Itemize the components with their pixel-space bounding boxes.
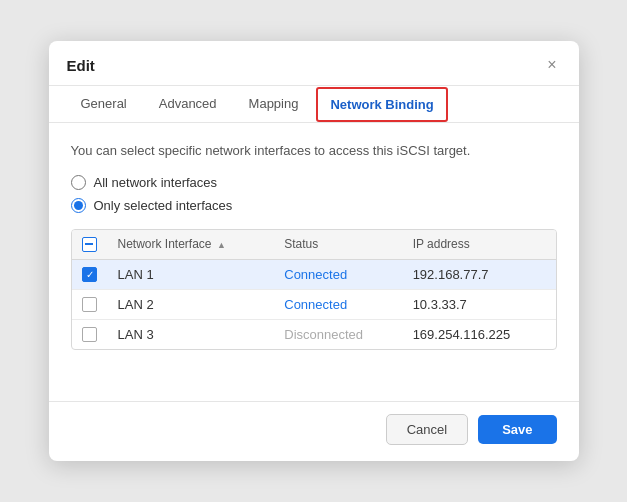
row1-checkbox-cell[interactable]: ✓ [72, 259, 108, 289]
col-checkbox [72, 230, 108, 260]
save-button[interactable]: Save [478, 415, 556, 444]
row2-interface: LAN 2 [108, 289, 275, 319]
row3-interface: LAN 3 [108, 319, 275, 349]
row3-status: Disconnected [274, 319, 402, 349]
tab-network-binding[interactable]: Network Binding [316, 87, 447, 122]
dialog-footer: Cancel Save [49, 401, 579, 461]
radio-all-input[interactable] [71, 175, 86, 190]
minus-bar [85, 243, 93, 245]
deselect-all-button[interactable] [82, 237, 97, 252]
table-row: LAN 3 Disconnected 169.254.116.225 [72, 319, 556, 349]
table-row: ✓ LAN 1 Connected 192.168.77.7 [72, 259, 556, 289]
table-body: ✓ LAN 1 Connected 192.168.77.7 [72, 259, 556, 349]
tab-bar: General Advanced Mapping Network Binding [49, 86, 579, 123]
interface-table-wrapper: Network Interface ▲ Status IP address ✓ [71, 229, 557, 350]
tab-mapping[interactable]: Mapping [235, 86, 313, 123]
row1-ip: 192.168.77.7 [403, 259, 556, 289]
radio-group: All network interfaces Only selected int… [71, 175, 557, 213]
dialog-body: You can select specific network interfac… [49, 123, 579, 393]
radio-selected-input[interactable] [71, 198, 86, 213]
tab-general[interactable]: General [67, 86, 141, 123]
row2-checkbox[interactable] [82, 297, 97, 312]
radio-all-interfaces[interactable]: All network interfaces [71, 175, 557, 190]
col-interface: Network Interface ▲ [108, 230, 275, 260]
interface-table: Network Interface ▲ Status IP address ✓ [72, 230, 556, 349]
col-status: Status [274, 230, 402, 260]
radio-selected-interfaces[interactable]: Only selected interfaces [71, 198, 557, 213]
cancel-button[interactable]: Cancel [386, 414, 468, 445]
row1-interface: LAN 1 [108, 259, 275, 289]
radio-all-label: All network interfaces [94, 175, 218, 190]
dialog-title: Edit [67, 57, 95, 74]
col-ip: IP address [403, 230, 556, 260]
row2-status: Connected [274, 289, 402, 319]
tab-advanced[interactable]: Advanced [145, 86, 231, 123]
row1-checkbox[interactable]: ✓ [82, 267, 97, 282]
row2-ip: 10.3.33.7 [403, 289, 556, 319]
row2-checkbox-cell[interactable] [72, 289, 108, 319]
radio-selected-label: Only selected interfaces [94, 198, 233, 213]
description-text: You can select specific network interfac… [71, 141, 557, 161]
sort-icon: ▲ [217, 240, 226, 250]
dialog-header: Edit × [49, 41, 579, 86]
edit-dialog: Edit × General Advanced Mapping Network … [49, 41, 579, 461]
close-button[interactable]: × [543, 55, 560, 75]
row3-checkbox-cell[interactable] [72, 319, 108, 349]
table-row: LAN 2 Connected 10.3.33.7 [72, 289, 556, 319]
row3-checkbox[interactable] [82, 327, 97, 342]
row1-status: Connected [274, 259, 402, 289]
table-header-row: Network Interface ▲ Status IP address [72, 230, 556, 260]
row3-ip: 169.254.116.225 [403, 319, 556, 349]
